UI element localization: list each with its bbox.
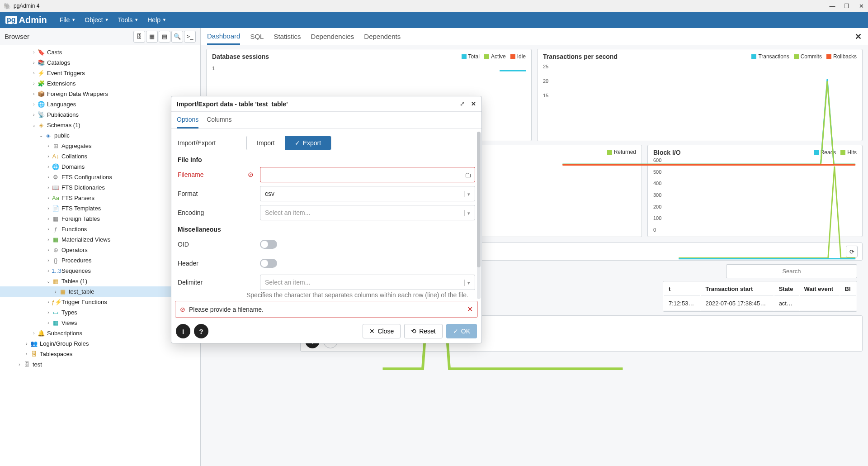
table-row[interactable]: 7:12:53… 2022-07-05 17:38:45… act…	[664, 297, 856, 310]
tree-node[interactable]: ⌄◈public	[0, 130, 200, 141]
dismiss-error-button[interactable]: ✕	[467, 305, 473, 314]
tree-node[interactable]: ›📚Catalogs	[0, 57, 200, 68]
chevron-right-icon[interactable]: ›	[45, 247, 52, 252]
dialog-tab-columns[interactable]: Columns	[207, 112, 231, 128]
chevron-right-icon[interactable]: ›	[31, 50, 37, 55]
import-option[interactable]: Import	[247, 136, 285, 150]
tree-node[interactable]: ›🧩Extensions	[0, 78, 200, 89]
chevron-right-icon[interactable]: ›	[45, 320, 52, 325]
tree-node[interactable]: ›🔖Casts	[0, 47, 200, 57]
chevron-right-icon[interactable]: ›	[45, 268, 52, 273]
maximize-button[interactable]: ❐	[844, 3, 850, 9]
tree-node[interactable]: ›🌐Domains	[0, 162, 200, 172]
tree-node[interactable]: ›⚙FTS Configurations	[0, 172, 200, 182]
tree-node[interactable]: ›{}Procedures	[0, 255, 200, 266]
menu-file[interactable]: File▼	[55, 16, 80, 24]
tab-dependencies[interactable]: Dependencies	[311, 29, 354, 44]
view-data-button[interactable]: ▦	[146, 31, 158, 43]
search-button[interactable]: 🔍	[171, 31, 183, 43]
chevron-right-icon[interactable]: ›	[52, 289, 59, 294]
encoding-select[interactable]: Select an item... |▾	[260, 205, 475, 220]
tree-node[interactable]: ⌄▦Tables (1)	[0, 276, 200, 286]
chevron-right-icon[interactable]: ›	[24, 341, 30, 346]
tree-node[interactable]: ›ƒ⚡Trigger Functions	[0, 297, 200, 307]
ok-button[interactable]: ✓OK	[446, 324, 477, 338]
filename-input[interactable]	[260, 167, 475, 182]
tree-node[interactable]: ›▦Foreign Tables	[0, 214, 200, 224]
chevron-right-icon[interactable]: ›	[45, 227, 52, 232]
reset-button[interactable]: ⟲Reset	[404, 324, 443, 338]
tree-node[interactable]: ›📄FTS Templates	[0, 203, 200, 214]
chevron-right-icon[interactable]: ›	[45, 237, 52, 242]
close-window-button[interactable]: ✕	[858, 3, 864, 9]
chevron-right-icon[interactable]: ›	[45, 258, 52, 263]
psql-button[interactable]: >_	[184, 31, 196, 43]
tab-dependents[interactable]: Dependents	[364, 29, 401, 44]
scrollbar[interactable]	[477, 132, 481, 299]
chevron-right-icon[interactable]: ›	[45, 216, 52, 221]
tab-dashboard[interactable]: Dashboard	[207, 29, 240, 45]
menu-tools[interactable]: Tools▼	[113, 16, 143, 24]
header-toggle[interactable]	[260, 259, 277, 268]
oid-toggle[interactable]	[260, 240, 277, 249]
tree-node[interactable]: ›▦Materialized Views	[0, 234, 200, 245]
minimize-button[interactable]: ―	[829, 3, 835, 9]
format-select[interactable]: csv |▾	[260, 186, 475, 201]
chevron-right-icon[interactable]: ›	[16, 362, 23, 367]
chevron-right-icon[interactable]: ›	[45, 300, 52, 304]
chevron-right-icon[interactable]: ›	[45, 185, 52, 190]
chevron-right-icon[interactable]: ›	[31, 91, 37, 96]
dialog-tab-options[interactable]: Options	[177, 112, 198, 128]
activity-search-input[interactable]	[726, 264, 857, 278]
tab-statistics[interactable]: Statistics	[274, 29, 301, 44]
chevron-down-icon[interactable]: ⌄	[38, 133, 44, 138]
folder-icon[interactable]: 🗀	[465, 171, 472, 179]
tree-node[interactable]: ›🌐Languages	[0, 99, 200, 109]
filter-button[interactable]: ▤	[159, 31, 170, 43]
tree-node[interactable]: ›⊞Aggregates	[0, 141, 200, 151]
dialog-help-button[interactable]: ?	[194, 324, 208, 338]
tree-node[interactable]: ›🔔Subscriptions	[0, 328, 200, 338]
tree-node[interactable]: ›▦Views	[0, 318, 200, 328]
chevron-down-icon[interactable]: ⌄	[45, 279, 52, 284]
chevron-right-icon[interactable]: ›	[31, 60, 37, 65]
tree-node[interactable]: ›📦Foreign Data Wrappers	[0, 89, 200, 99]
tree-node[interactable]: ›▦test_table	[0, 286, 200, 297]
chevron-down-icon[interactable]: ⌄	[31, 123, 37, 128]
close-button[interactable]: ✕Close	[363, 324, 401, 338]
chevron-right-icon[interactable]: ›	[31, 112, 37, 117]
chevron-right-icon[interactable]: ›	[24, 352, 30, 357]
menu-help[interactable]: Help▼	[143, 16, 171, 24]
chevron-right-icon[interactable]: ›	[45, 206, 52, 211]
close-dialog-button[interactable]: ✕	[471, 100, 476, 107]
query-tool-button[interactable]: 🗄	[133, 31, 145, 43]
chevron-right-icon[interactable]: ›	[45, 310, 52, 315]
tree-node[interactable]: ›🗄Tablespaces	[0, 349, 200, 359]
tree-node[interactable]: ›AaFTS Parsers	[0, 193, 200, 203]
chevron-right-icon[interactable]: ›	[31, 331, 37, 336]
dialog-header[interactable]: Import/Export data - table 'test_table' …	[171, 96, 481, 112]
tree-node[interactable]: ›A↓Collations	[0, 151, 200, 162]
dialog-info-button[interactable]: i	[176, 324, 190, 338]
chevron-right-icon[interactable]: ›	[45, 143, 52, 148]
chevron-right-icon[interactable]: ›	[45, 175, 52, 180]
import-export-toggle[interactable]: Import ✓Export	[246, 136, 331, 150]
chevron-right-icon[interactable]: ›	[45, 164, 52, 169]
tree-node[interactable]: ›⚡Event Triggers	[0, 68, 200, 78]
chevron-right-icon[interactable]: ›	[31, 81, 37, 86]
chevron-right-icon[interactable]: ›	[31, 71, 37, 76]
tree-node[interactable]: ›1..3Sequences	[0, 266, 200, 276]
tab-sql[interactable]: SQL	[250, 29, 264, 44]
expand-icon[interactable]: ⤢	[460, 100, 465, 107]
export-option[interactable]: ✓Export	[285, 136, 331, 150]
tree-node[interactable]: ⌄◈Schemas (1)	[0, 120, 200, 130]
tree-node[interactable]: ›📡Publications	[0, 109, 200, 120]
menu-object[interactable]: Object▼	[80, 16, 113, 24]
tree-node[interactable]: ›🗄test	[0, 359, 200, 370]
tree-node[interactable]: ›📖FTS Dictionaries	[0, 182, 200, 193]
object-tree[interactable]: ›🔖Casts›📚Catalogs›⚡Event Triggers›🧩Exten…	[0, 45, 200, 466]
tree-node[interactable]: ›👥Login/Group Roles	[0, 338, 200, 349]
tree-node[interactable]: ›ƒFunctions	[0, 224, 200, 234]
delimiter-select[interactable]: Select an item... |▾	[260, 275, 475, 290]
chevron-right-icon[interactable]: ›	[45, 195, 52, 200]
